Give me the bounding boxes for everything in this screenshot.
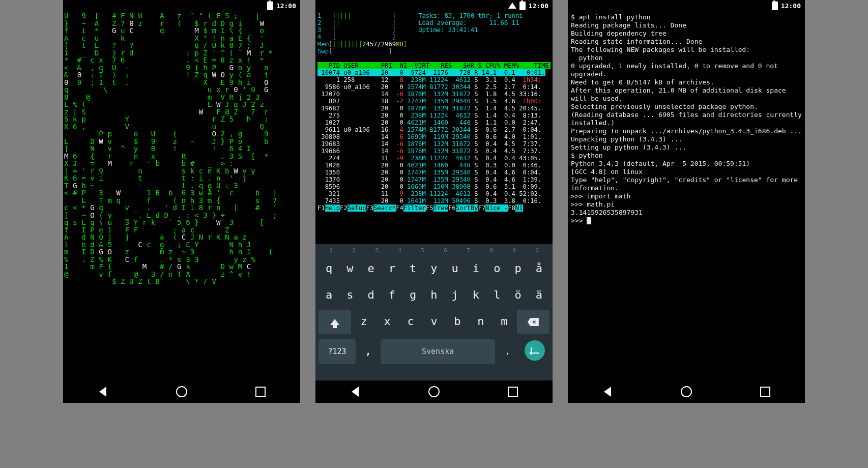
keyboard-row-2: asdfghjklöä [315, 282, 553, 307]
key-h[interactable]: h [423, 282, 444, 307]
battery-icon [267, 2, 273, 10]
back-icon [352, 387, 359, 397]
status-time: 12:00 [276, 2, 296, 10]
symbols-key[interactable]: ?123 [319, 339, 356, 364]
cmatrix-terminal[interactable]: U 9 [ 4 F N U A z ` " ( E 5 ; | } ~ A Z … [63, 11, 300, 286]
period-key[interactable]: . [496, 338, 519, 363]
enter-key[interactable] [519, 338, 551, 363]
keyboard-row-3: zxcvbnm [315, 309, 553, 335]
key-y[interactable]: y [423, 256, 444, 280]
key-z[interactable]: z [352, 309, 375, 333]
phone-screen-htop: 12:00 1 [|||| ] Tasks: 83, 1700 thr; 1 r… [315, 0, 553, 403]
backspace-key[interactable] [517, 310, 549, 334]
status-bar: 12:00 [63, 0, 300, 11]
phone-screen-python: 12:00 $ apt install python Reading packa… [568, 0, 805, 403]
key-s[interactable]: s [339, 282, 360, 307]
nav-back-button[interactable] [597, 382, 618, 402]
status-bar: 12:00 [315, 0, 553, 11]
nav-recent-button[interactable] [503, 382, 523, 402]
key-p[interactable]: p [507, 256, 528, 280]
keyboard-digit-hints: 1234567890 [315, 244, 553, 254]
nav-home-button[interactable] [171, 382, 192, 402]
battery-icon [772, 2, 778, 10]
key-k[interactable]: k [466, 282, 486, 307]
status-time: 12:00 [781, 2, 801, 10]
key-d[interactable]: d [361, 282, 382, 307]
battery-icon [519, 2, 526, 10]
recent-icon [508, 387, 518, 397]
home-icon [681, 386, 692, 397]
key-v[interactable]: v [422, 309, 446, 333]
key-w[interactable]: w [339, 256, 360, 280]
key-f[interactable]: f [382, 282, 402, 307]
key-c[interactable]: c [399, 309, 422, 333]
key-b[interactable]: b [446, 309, 469, 333]
digit-hint: 0 [535, 247, 539, 254]
comma-key[interactable]: , [357, 338, 380, 363]
backspace-icon [528, 318, 539, 326]
key-e[interactable]: e [361, 256, 382, 280]
phone-screen-cmatrix: 12:00 U 9 [ 4 F N U A z ` " ( E 5 ; | } … [63, 0, 300, 403]
key-g[interactable]: g [402, 282, 423, 307]
key-l[interactable]: l [486, 282, 507, 307]
enter-icon [531, 347, 539, 354]
recent-icon [255, 387, 266, 397]
nav-recent-button[interactable] [250, 382, 271, 402]
nav-recent-button[interactable] [755, 382, 775, 402]
digit-hint: 3 [375, 247, 379, 254]
nav-home-button[interactable] [676, 382, 697, 402]
nav-bar [568, 381, 805, 403]
key-t[interactable]: t [402, 256, 423, 280]
recent-icon [760, 387, 770, 397]
nav-bar [315, 381, 553, 403]
soft-keyboard: 1234567890 qwertyuiopå asdfghjklöä zxcvb… [315, 244, 553, 381]
digit-hint: 2 [352, 247, 356, 254]
nav-bar [63, 381, 300, 403]
digit-hint: 4 [398, 247, 401, 254]
shell-terminal[interactable]: $ apt install python Reading package lis… [568, 11, 805, 227]
nav-back-button[interactable] [345, 382, 365, 402]
htop-terminal[interactable]: 1 [|||| ] Tasks: 83, 1700 thr; 1 runni 2… [315, 11, 553, 213]
home-icon [176, 386, 187, 397]
nav-home-button[interactable] [424, 382, 444, 402]
shift-key[interactable] [319, 310, 351, 334]
key-o[interactable]: o [486, 256, 507, 280]
digit-hint: 8 [489, 247, 493, 254]
key-i[interactable]: i [466, 256, 486, 280]
digit-hint: 5 [421, 247, 424, 254]
key-a[interactable]: a [319, 282, 339, 307]
status-time: 12:00 [529, 2, 548, 10]
key-u[interactable]: u [445, 256, 466, 280]
digit-hint: 1 [329, 247, 333, 254]
digit-hint: 9 [512, 247, 516, 254]
terminal-cursor [587, 217, 591, 224]
key-j[interactable]: j [445, 282, 466, 307]
space-key[interactable]: Svenska [381, 339, 495, 364]
key-q[interactable]: q [319, 256, 339, 280]
key-ö[interactable]: ö [507, 282, 528, 307]
key-ä[interactable]: ä [529, 282, 549, 307]
shift-icon [330, 319, 339, 325]
keyboard-row-1: qwertyuiopå [315, 256, 553, 280]
digit-hint: 7 [467, 247, 470, 254]
key-r[interactable]: r [382, 256, 402, 280]
key-å[interactable]: å [529, 256, 549, 280]
back-icon [99, 387, 106, 397]
key-m[interactable]: m [493, 309, 516, 333]
back-icon [604, 387, 611, 397]
keyboard-row-4: ?123 , Svenska . [315, 338, 553, 365]
key-x[interactable]: x [375, 309, 399, 333]
wifi-icon [508, 3, 516, 9]
status-bar: 12:00 [568, 0, 805, 11]
key-n[interactable]: n [469, 309, 493, 333]
home-icon [428, 386, 440, 397]
digit-hint: 6 [444, 247, 447, 254]
nav-back-button[interactable] [93, 382, 113, 402]
